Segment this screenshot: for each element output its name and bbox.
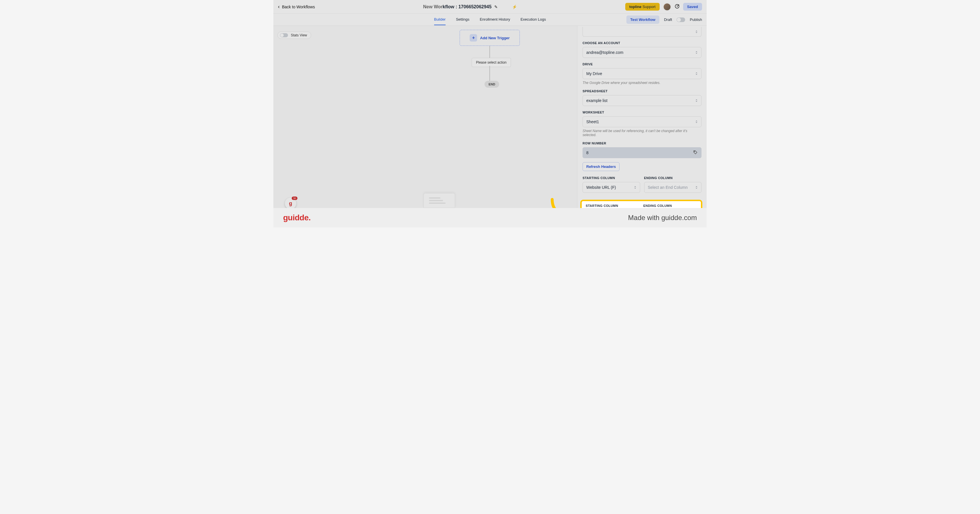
- tab-enrollment-history[interactable]: Enrollment History: [480, 14, 510, 25]
- stats-view-toggle[interactable]: Stats View: [277, 32, 311, 39]
- back-label: Back to Workflows: [282, 5, 315, 9]
- tab-settings[interactable]: Settings: [456, 14, 469, 25]
- select-value: Website URL (F): [586, 185, 616, 190]
- end-node: END: [485, 81, 499, 88]
- avatar[interactable]: [663, 3, 671, 11]
- row-number-field[interactable]: 8: [582, 147, 702, 158]
- history-icon[interactable]: [675, 4, 680, 10]
- row-number-label: ROW NUMBER: [582, 142, 702, 145]
- back-to-workflows[interactable]: ‹ Back to Workflows: [278, 4, 315, 10]
- select-value: [586, 30, 587, 34]
- worksheet-select[interactable]: Sheet1 ⌃⌄: [582, 116, 702, 127]
- spreadsheet-select[interactable]: example list ⌃⌄: [582, 95, 702, 106]
- ending-column-select[interactable]: Select an End Column ⌃⌄: [644, 182, 702, 193]
- choose-account-label: CHOOSE AN ACCOUNT: [582, 41, 702, 45]
- add-new-trigger[interactable]: + Add New Trigger: [460, 30, 520, 46]
- tabs-row: Builder Settings Enrollment History Exec…: [274, 14, 706, 26]
- test-workflow-button[interactable]: Test Workflow: [627, 16, 660, 24]
- chevron-left-icon: ‹: [278, 4, 280, 10]
- spreadsheet-label: SPREADSHEET: [582, 89, 702, 93]
- select-value: andrea@topline.com: [586, 50, 623, 55]
- plus-icon: +: [470, 34, 477, 41]
- toggle-icon: [280, 33, 288, 37]
- publish-toggle[interactable]: [676, 18, 685, 22]
- select-value: Sheet1: [586, 119, 599, 124]
- guidde-logo: guidde.: [283, 213, 310, 222]
- drive-select[interactable]: My Drive ⌃⌄: [582, 68, 702, 79]
- ending-column-label: ENDING COLUMN: [643, 204, 697, 207]
- workflow-canvas[interactable]: Stats View + Add New Trigger Please sele…: [274, 26, 577, 208]
- starting-column-select[interactable]: Website URL (F) ⌃⌄: [582, 182, 640, 193]
- made-with-text: Made with guidde.com: [628, 214, 697, 222]
- support-button[interactable]: topline Support: [625, 3, 660, 11]
- drive-label: DRIVE: [582, 62, 702, 66]
- connector-line: [489, 66, 490, 81]
- workflow-title: New Workflow : 1706652062945: [423, 4, 492, 10]
- select-action-node[interactable]: Please select action: [472, 58, 511, 67]
- support-widget[interactable]: g 30: [285, 198, 296, 209]
- app-header: ‹ Back to Workflows New Workflow : 17066…: [274, 0, 706, 14]
- connector-line: [489, 46, 490, 58]
- placeholder-line: [429, 202, 445, 204]
- tag-icon: [693, 150, 698, 156]
- select-placeholder: Select an End Column: [648, 185, 688, 190]
- starting-column-label: STARTING COLUMN: [582, 176, 640, 180]
- svg-point-1: [694, 151, 695, 151]
- select-value: My Drive: [586, 72, 602, 76]
- starting-column-label: STARTING COLUMN: [586, 204, 639, 207]
- drive-hint: The Google Drive where your spreadsheet …: [582, 81, 702, 85]
- placeholder-line: [429, 200, 443, 201]
- watermark-footer: guidde. Made with guidde.com: [274, 208, 706, 228]
- placeholder-line: [429, 197, 441, 199]
- add-trigger-label: Add New Trigger: [480, 36, 509, 40]
- draft-label: Draft: [664, 18, 672, 22]
- refresh-headers-button[interactable]: Refresh Headers: [582, 162, 619, 171]
- bolt-icon: ⚡: [512, 5, 517, 9]
- widget-badge: 30: [292, 197, 298, 200]
- trigger-config-panel: ⌃⌄ CHOOSE AN ACCOUNT andrea@topline.com …: [577, 26, 706, 208]
- action-type-select[interactable]: ⌃⌄: [582, 27, 702, 37]
- stats-view-label: Stats View: [291, 33, 307, 37]
- choose-account-select[interactable]: andrea@topline.com ⌃⌄: [582, 47, 702, 58]
- debug-card[interactable]: [423, 193, 455, 208]
- tab-builder[interactable]: Builder: [434, 14, 445, 25]
- tab-execution-logs[interactable]: Execution Logs: [520, 14, 546, 25]
- edit-title-icon[interactable]: ✎: [494, 5, 498, 9]
- select-value: example list: [586, 98, 608, 103]
- saved-button[interactable]: Saved: [683, 3, 702, 11]
- ending-column-label: ENDING COLUMN: [644, 176, 702, 180]
- row-number-value: 8: [586, 150, 589, 155]
- worksheet-hint: Sheet Name will be used for referencing,…: [582, 129, 702, 137]
- worksheet-label: WORKSHEET: [582, 111, 702, 114]
- widget-logo-icon: g: [289, 201, 292, 207]
- publish-label: Publish: [690, 18, 702, 22]
